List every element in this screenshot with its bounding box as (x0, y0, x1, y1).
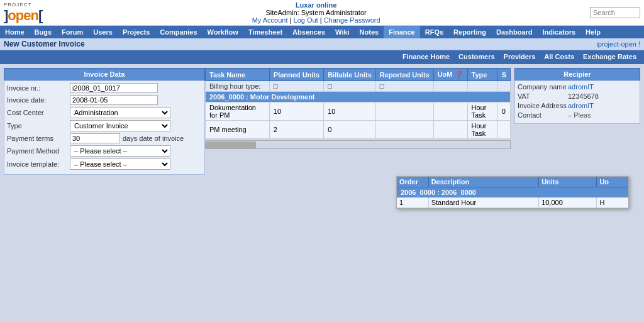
billable-2: 0 (324, 121, 376, 139)
invoice-nr-row: Invoice nr.: (7, 83, 202, 93)
billing-uom (433, 81, 467, 92)
units-val-1: 10,000 (539, 197, 597, 208)
page-title-bar: New Customer Invoice iproject-open ! (0, 38, 644, 50)
vat-row: VAT 12345678 (518, 92, 637, 100)
nav-bugs[interactable]: Bugs (30, 26, 57, 38)
logo-area: PROJECT ]open[ (4, 2, 42, 24)
invoice-template-row: Invoice template: – Please select – (7, 158, 202, 170)
nav-companies[interactable]: Companies (155, 26, 202, 38)
luxar-online-link[interactable]: Luxar online (296, 1, 336, 9)
main-nav: Home Bugs Forum Users Projects Companies… (0, 26, 644, 38)
reported-1 (375, 103, 433, 121)
desc-val-1: Standard Hour (429, 197, 540, 208)
nav-finance[interactable]: Finance (384, 26, 420, 38)
invoice-template-select[interactable]: – Please select – (70, 158, 170, 170)
payment-method-row: Payment Method – Please select – (7, 145, 202, 157)
subnav-customers[interactable]: Customers (455, 52, 498, 63)
uo-col-header: Uo (597, 177, 628, 187)
nav-indicators[interactable]: Indicators (538, 26, 581, 38)
planned-1: 10 (269, 103, 323, 121)
cost-center-select[interactable]: Administration (70, 107, 170, 118)
col-type: Type (467, 69, 497, 81)
reported-2 (375, 121, 433, 139)
change-password-link[interactable]: Change Password (324, 16, 380, 24)
task-name-2: PM meeting (206, 121, 270, 139)
subnav-all-costs[interactable]: All Costs (540, 52, 578, 63)
nav-reporting[interactable]: Reporting (448, 26, 491, 38)
subnav-providers[interactable]: Providers (500, 52, 540, 63)
nav-users[interactable]: Users (88, 26, 118, 38)
user-info: Luxar online SiteAdmin: System Administr… (252, 1, 380, 24)
payment-terms-suffix: days date of invoice (123, 135, 184, 142)
invoice-address-label: Invoice Address (518, 102, 568, 109)
s-2 (497, 121, 510, 139)
nav-projects[interactable]: Projects (118, 26, 155, 38)
subnav-finance-home[interactable]: Finance Home (399, 52, 453, 63)
user-role: SiteAdmin: System Administrator (266, 9, 367, 16)
search-input[interactable] (590, 7, 640, 18)
col-reported-units: Reported Units (375, 69, 433, 81)
nav-notes[interactable]: Notes (355, 26, 384, 38)
cost-center-row: Cost Center Administration (7, 107, 202, 118)
contact-label: Contact (518, 111, 568, 119)
my-account-link[interactable]: My Account (252, 16, 288, 24)
subnav-exchange-rates[interactable]: Exchange Rates (579, 52, 640, 63)
s-1: 0 (497, 103, 510, 121)
invoice-nr-input[interactable] (70, 83, 158, 93)
uo-val-1: H (597, 197, 628, 208)
billing-billable: □ (324, 81, 376, 92)
order-col-header: Order (397, 177, 429, 187)
vat-label: VAT (518, 92, 568, 100)
project-link[interactable]: iproject-open ! (596, 40, 640, 48)
invoice-date-label: Invoice date: (7, 96, 70, 104)
billable-1: 10 (324, 103, 376, 121)
type-row: Type Customer Invoice (7, 120, 202, 131)
invoice-date-input[interactable] (70, 95, 158, 105)
payment-terms-input[interactable] (70, 133, 120, 143)
payment-terms-label: Payment terms (7, 135, 70, 142)
page-title: New Customer Invoice (4, 40, 85, 48)
col-uom: UoM ❓ (433, 69, 467, 81)
horizontal-scrollbar[interactable] (205, 140, 511, 149)
nav-dashboard[interactable]: Dashboard (491, 26, 537, 38)
order-project-row: 2006_0000 : 2006_0000 (397, 187, 628, 197)
col-billable-units: Billable Units (324, 69, 376, 81)
invoice-data-header: Invoice Data (4, 68, 205, 80)
billing-row: Billing hour type: □ □ □ (206, 81, 511, 92)
invoice-template-label: Invoice template: (7, 160, 70, 168)
task-name-1: Dokumentation for PM (206, 103, 270, 121)
invoice-address-value[interactable]: adromIT (568, 102, 594, 109)
search-area (590, 7, 640, 18)
col-planned-units: Planned Units (269, 69, 323, 81)
type-select[interactable]: Customer Invoice (70, 120, 170, 131)
scroll-thumb (206, 142, 256, 149)
log-out-link[interactable]: Log Out (294, 16, 318, 24)
cost-center-label: Cost Center (7, 109, 70, 116)
uom-1 (433, 103, 467, 121)
contact-row: Contact – Pleas (518, 111, 637, 119)
nav-absences[interactable]: Absences (287, 26, 330, 38)
order-popup: Order Description Units Uo 2006_0000 : 2… (396, 176, 629, 209)
billing-planned: □ (269, 81, 323, 92)
nav-workflow[interactable]: Workflow (203, 26, 243, 38)
col-s: S (497, 69, 510, 81)
units-col-header: Units (539, 177, 597, 187)
type-label: Type (7, 122, 70, 130)
type-1: Hour Task (467, 103, 497, 121)
nav-wiki[interactable]: Wiki (330, 26, 355, 38)
billing-s (497, 81, 510, 92)
type-2: Hour Task (467, 121, 497, 139)
vat-value: 12345678 (568, 92, 599, 100)
nav-help[interactable]: Help (580, 26, 606, 38)
invoice-nr-label: Invoice nr.: (7, 84, 70, 92)
recipient-form: Company name adromIT VAT 12345678 Invoic… (514, 80, 640, 124)
payment-method-select[interactable]: – Please select – (70, 145, 170, 157)
nav-rfqs[interactable]: RFQs (420, 26, 448, 38)
project-label: PROJECT (4, 2, 42, 8)
nav-timesheet[interactable]: Timesheet (243, 26, 287, 38)
nav-home[interactable]: Home (0, 26, 30, 38)
order-val-1: 1 (397, 197, 429, 208)
billing-reported: □ (375, 81, 433, 92)
company-name-value[interactable]: adromIT (568, 83, 594, 91)
nav-forum[interactable]: Forum (57, 26, 88, 38)
